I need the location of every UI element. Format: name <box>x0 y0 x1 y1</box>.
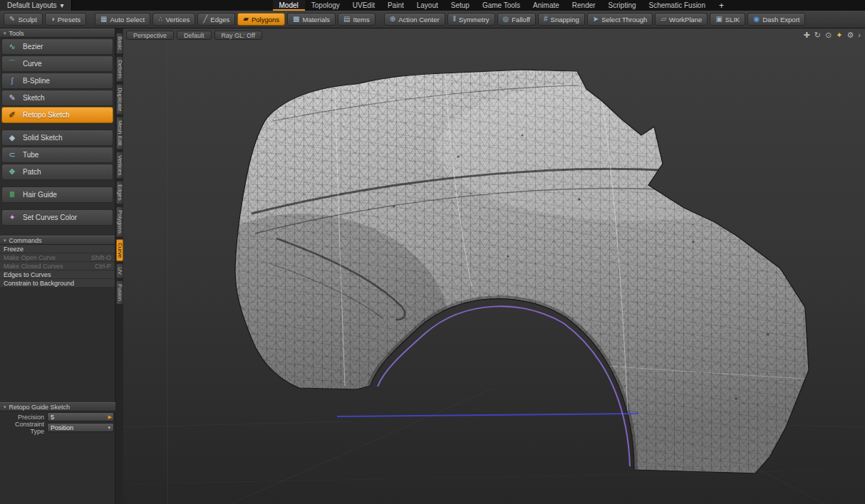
default-layouts-menu[interactable]: Default Layouts ▾ <box>0 0 72 11</box>
vtab-polygons[interactable]: Polygons <box>116 206 123 237</box>
command-shortcut: Ctrl-P <box>95 263 111 270</box>
items-icon: ▤ <box>343 16 350 23</box>
snapping-button[interactable]: # Snapping <box>538 13 585 26</box>
tools-panel-header[interactable]: ▾ Tools <box>0 28 115 38</box>
tab-schematic-fusion[interactable]: Schematic Fusion <box>643 0 712 11</box>
slik-label: SLIK <box>725 16 740 23</box>
main-toolbar: ✎ Sculpt ◑ Presets ▦ Auto Select ∴ Verti… <box>0 11 865 28</box>
command-constrain-to-background[interactable]: Constrain to Background <box>0 279 115 288</box>
tools-header-label: Tools <box>9 30 24 37</box>
action-center-icon: ⊕ <box>390 16 395 23</box>
vtab-edges[interactable]: Edges <box>116 181 123 204</box>
tab-paint[interactable]: Paint <box>381 0 410 11</box>
tab-game-tools[interactable]: Game Tools <box>476 0 527 11</box>
command-label: Freeze <box>4 246 24 253</box>
tool-curve[interactable]: ⌒ Curve <box>1 56 113 72</box>
solid-sketch-icon: ◆ <box>6 134 19 142</box>
precision-field[interactable]: 5 ▶ <box>47 412 114 421</box>
select-through-button[interactable]: ➤ Select Through <box>587 13 653 26</box>
snapping-label: Snapping <box>551 16 579 23</box>
mesh-scene <box>123 28 865 504</box>
lighting-icon[interactable]: ✦ <box>836 30 842 40</box>
vtab-basic[interactable]: Basic <box>116 33 123 54</box>
tab-layout[interactable]: Layout <box>410 0 445 11</box>
shading-dropdown[interactable]: Default <box>177 31 212 40</box>
constraint-type-value: Position <box>51 424 73 431</box>
tool-label: B-Spline <box>23 77 50 85</box>
action-center-button[interactable]: ⊕ Action Center <box>384 13 445 26</box>
vtab-vertices[interactable]: Vertices <box>116 152 123 179</box>
tab-setup[interactable]: Setup <box>445 0 476 11</box>
falloff-button[interactable]: ◎ Falloff <box>497 13 536 26</box>
sketch-icon: ✎ <box>6 94 19 102</box>
symmetry-button[interactable]: ‖ Symmetry <box>447 13 495 26</box>
retopo-guide-sketch-panel: ▾ Retopo Guide Sketch Precision 5 ▶ Cons… <box>0 402 115 433</box>
vtab-curve[interactable]: Curve <box>116 239 123 261</box>
vtab-uv[interactable]: UV <box>116 263 123 278</box>
items-label: Items <box>353 16 370 23</box>
constraint-type-label: Constraint Type <box>1 421 47 435</box>
select-through-icon: ➤ <box>593 16 599 23</box>
commands-panel-header[interactable]: ▾ Commands <box>0 236 115 245</box>
edges-icon: ╱ <box>203 16 207 23</box>
action-center-label: Action Center <box>398 16 440 23</box>
gear-icon[interactable]: ⚙ <box>846 30 854 40</box>
auto-select-button[interactable]: ▦ Auto Select <box>95 13 150 26</box>
vtab-duplicate[interactable]: Duplicate <box>116 84 123 115</box>
raygl-dropdown[interactable]: Ray GL: Off <box>214 31 262 40</box>
tool-b-spline[interactable]: ∫ B-Spline <box>1 73 113 89</box>
slik-button[interactable]: ▣ SLIK <box>710 13 745 26</box>
tool-hair-guide[interactable]: Ⅲ Hair Guide <box>1 187 113 203</box>
tool-solid-sketch[interactable]: ◆ Solid Sketch <box>1 130 113 146</box>
pan-icon[interactable]: ✚ <box>804 30 810 40</box>
dash-export-button[interactable]: ◉ Dash Export <box>747 13 805 26</box>
tool-label: Set Curves Color <box>23 214 77 221</box>
polygons-icon: ▰ <box>243 16 249 23</box>
tool-retopo-sketch[interactable]: ✐ Retopo Sketch <box>1 107 113 123</box>
vtab-fusion[interactable]: Fusion <box>116 280 123 305</box>
constraint-type-row: Constraint Type Position ▾ <box>0 422 115 433</box>
symmetry-label: Symmetry <box>459 16 490 23</box>
auto-select-icon: ▦ <box>100 16 107 23</box>
vertices-icon: ∴ <box>158 16 162 23</box>
presets-button[interactable]: ◑ Presets <box>45 13 86 26</box>
materials-button[interactable]: ▩ Materials <box>287 13 336 26</box>
retopo-guide-sketch-header[interactable]: ▾ Retopo Guide Sketch <box>0 402 115 411</box>
expand-icon[interactable]: › <box>858 30 861 40</box>
tab-animate[interactable]: Animate <box>527 0 566 11</box>
vertices-label: Vertices <box>165 16 190 23</box>
tab-uvedit[interactable]: UVEdit <box>346 0 381 11</box>
3d-viewport[interactable]: Perspective Default Ray GL: Off ✚ ↻ ⊙ ✦ … <box>123 28 865 504</box>
items-button[interactable]: ▤ Items <box>338 13 375 26</box>
tool-tube[interactable]: ⊂ Tube <box>1 147 113 163</box>
tool-label: Curve <box>23 60 42 68</box>
tool-label: Retopo Sketch <box>23 111 70 119</box>
command-make-open-curve[interactable]: Make Open Curve Shift-O <box>0 253 115 262</box>
polygons-button[interactable]: ▰ Polygons <box>237 13 285 26</box>
orbit-icon[interactable]: ↻ <box>814 30 821 40</box>
tab-scripting[interactable]: Scripting <box>602 0 643 11</box>
vtab-deform[interactable]: Deform <box>116 56 123 82</box>
vertices-button[interactable]: ∴ Vertices <box>152 13 195 26</box>
add-tab-button[interactable]: + <box>712 0 731 11</box>
command-freeze[interactable]: Freeze <box>0 245 115 253</box>
command-edges-to-curves[interactable]: Edges to Curves <box>0 271 115 279</box>
vtab-mesh-edit[interactable]: Mesh Edit <box>116 117 123 149</box>
tool-set-curves-color[interactable]: ✦ Set Curves Color <box>1 209 113 226</box>
tab-model[interactable]: Model <box>273 0 305 11</box>
tab-topology[interactable]: Topology <box>305 0 346 11</box>
mini-slider-icon[interactable]: ▶ <box>108 414 112 420</box>
zoom-icon[interactable]: ⊙ <box>825 30 832 40</box>
falloff-icon: ◎ <box>503 16 509 23</box>
tool-bezier[interactable]: ∿ Bezier <box>1 38 113 55</box>
command-make-closed-curves[interactable]: Make Closed Curves Ctrl-P <box>0 262 115 271</box>
tab-render[interactable]: Render <box>566 0 602 11</box>
precision-label: Precision <box>1 414 47 421</box>
tool-sketch[interactable]: ✎ Sketch <box>1 90 113 106</box>
edges-button[interactable]: ╱ Edges <box>197 13 235 26</box>
perspective-dropdown[interactable]: Perspective <box>126 31 174 40</box>
constraint-type-dropdown[interactable]: Position ▾ <box>47 423 114 432</box>
sculpt-button[interactable]: ✎ Sculpt <box>4 13 43 26</box>
workplane-button[interactable]: ▱ WorkPlane <box>655 13 708 26</box>
tool-patch[interactable]: ❖ Patch <box>1 164 113 180</box>
